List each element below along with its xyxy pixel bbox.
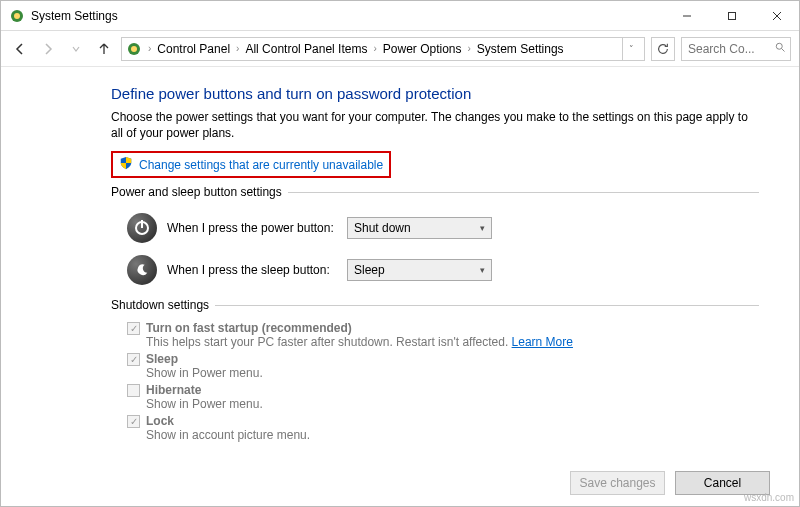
power-icon: [127, 213, 157, 243]
search-icon: [774, 41, 786, 56]
minimize-button[interactable]: [664, 1, 709, 31]
breadcrumb-icon: [126, 41, 142, 57]
up-button[interactable]: [93, 38, 115, 60]
svg-line-9: [782, 49, 785, 52]
close-button[interactable]: [754, 1, 799, 31]
power-button-row: When I press the power button: Shut down…: [111, 207, 759, 249]
shutdown-settings-legend: Shutdown settings: [111, 298, 215, 312]
fast-startup-row: ✓ Turn on fast startup (recommended) Thi…: [111, 318, 759, 349]
breadcrumb-dropdown[interactable]: ˅: [622, 38, 640, 60]
titlebar: System Settings: [1, 1, 799, 31]
lock-checkbox[interactable]: ✓: [127, 415, 140, 428]
sleep-button-select[interactable]: Sleep ▾: [347, 259, 492, 281]
breadcrumb-item[interactable]: All Control Panel Items: [245, 42, 367, 56]
footer-buttons: Save changes Cancel: [570, 471, 770, 495]
page-subtext: Choose the power settings that you want …: [111, 110, 759, 141]
breadcrumb-item[interactable]: System Settings: [477, 42, 564, 56]
svg-point-8: [776, 43, 782, 49]
navbar: › Control Panel › All Control Panel Item…: [1, 31, 799, 67]
breadcrumb-item[interactable]: Control Panel: [157, 42, 230, 56]
search-box[interactable]: [681, 37, 791, 61]
breadcrumb-item[interactable]: Power Options: [383, 42, 462, 56]
forward-button[interactable]: [37, 38, 59, 60]
watermark: wsxdn.com: [744, 492, 794, 503]
sleep-checkbox[interactable]: ✓: [127, 353, 140, 366]
recent-locations-button[interactable]: [65, 38, 87, 60]
lock-option-label: Lock: [146, 414, 310, 428]
maximize-button[interactable]: [709, 1, 754, 31]
sleep-button-label: When I press the sleep button:: [167, 263, 337, 277]
lock-option-desc: Show in account picture menu.: [146, 428, 310, 442]
hibernate-option-label: Hibernate: [146, 383, 263, 397]
sleep-option-row: ✓ Sleep Show in Power menu.: [111, 349, 759, 380]
uac-link-row[interactable]: Change settings that are currently unava…: [111, 151, 391, 178]
shutdown-settings-group: Shutdown settings ✓ Turn on fast startup…: [111, 305, 759, 442]
refresh-button[interactable]: [651, 37, 675, 61]
chevron-down-icon: ▾: [480, 265, 485, 275]
back-button[interactable]: [9, 38, 31, 60]
lock-option-row: ✓ Lock Show in account picture menu.: [111, 411, 759, 442]
chevron-right-icon[interactable]: ›: [234, 43, 241, 54]
sleep-button-value: Sleep: [354, 263, 385, 277]
chevron-right-icon[interactable]: ›: [371, 43, 378, 54]
chevron-down-icon: ▾: [480, 223, 485, 233]
hibernate-option-desc: Show in Power menu.: [146, 397, 263, 411]
svg-rect-3: [728, 12, 735, 19]
sleep-option-desc: Show in Power menu.: [146, 366, 263, 380]
chevron-right-icon[interactable]: ›: [146, 43, 153, 54]
chevron-right-icon[interactable]: ›: [466, 43, 473, 54]
moon-icon: [127, 255, 157, 285]
save-changes-button[interactable]: Save changes: [570, 471, 665, 495]
power-sleep-legend: Power and sleep button settings: [111, 185, 288, 199]
fast-startup-checkbox[interactable]: ✓: [127, 322, 140, 335]
content: Define power buttons and turn on passwor…: [1, 67, 799, 442]
change-settings-link[interactable]: Change settings that are currently unava…: [139, 158, 383, 172]
sleep-button-row: When I press the sleep button: Sleep ▾: [111, 249, 759, 291]
shield-icon: [119, 156, 133, 173]
breadcrumb[interactable]: › Control Panel › All Control Panel Item…: [121, 37, 645, 61]
power-button-label: When I press the power button:: [167, 221, 337, 235]
hibernate-checkbox[interactable]: ✓: [127, 384, 140, 397]
app-icon: [9, 8, 25, 24]
power-sleep-group: Power and sleep button settings When I p…: [111, 192, 759, 295]
sleep-option-label: Sleep: [146, 352, 263, 366]
svg-point-7: [131, 46, 137, 52]
page-heading: Define power buttons and turn on passwor…: [111, 85, 759, 102]
search-input[interactable]: [686, 41, 770, 57]
svg-point-1: [14, 13, 20, 19]
power-button-select[interactable]: Shut down ▾: [347, 217, 492, 239]
fast-startup-desc: This helps start your PC faster after sh…: [146, 335, 573, 349]
window-title: System Settings: [31, 9, 664, 23]
learn-more-link[interactable]: Learn More: [512, 335, 573, 349]
fast-startup-label: Turn on fast startup (recommended): [146, 321, 573, 335]
power-button-value: Shut down: [354, 221, 411, 235]
hibernate-option-row: ✓ Hibernate Show in Power menu.: [111, 380, 759, 411]
